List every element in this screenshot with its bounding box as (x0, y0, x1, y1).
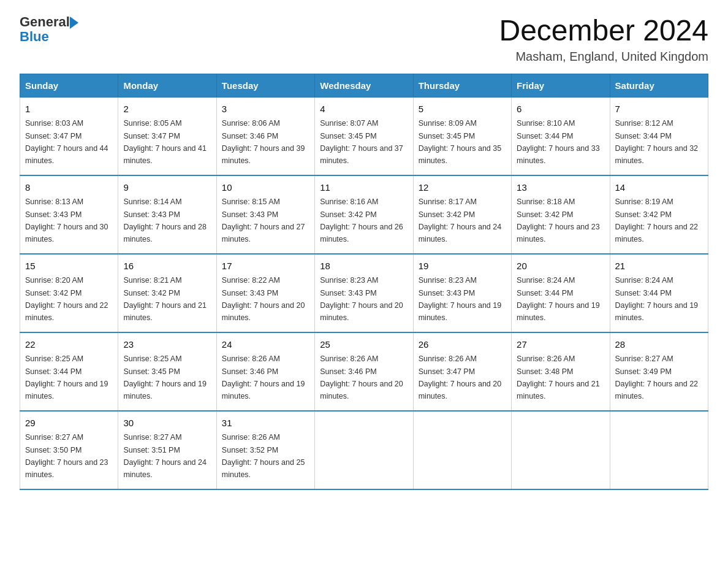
day-number: 1 (25, 102, 113, 117)
calendar-week-row: 15 Sunrise: 8:20 AMSunset: 3:42 PMDaylig… (20, 254, 708, 332)
day-number: 29 (25, 416, 113, 431)
day-info: Sunrise: 8:27 AMSunset: 3:50 PMDaylight:… (25, 433, 108, 479)
day-info: Sunrise: 8:09 AMSunset: 3:45 PMDaylight:… (419, 119, 502, 165)
table-row: 18 Sunrise: 8:23 AMSunset: 3:43 PMDaylig… (315, 254, 413, 332)
day-number: 3 (222, 102, 309, 117)
day-info: Sunrise: 8:27 AMSunset: 3:51 PMDaylight:… (123, 433, 207, 479)
calendar-week-row: 8 Sunrise: 8:13 AMSunset: 3:43 PMDayligh… (20, 175, 708, 254)
table-row (315, 411, 413, 489)
day-info: Sunrise: 8:10 AMSunset: 3:44 PMDaylight:… (517, 119, 600, 165)
table-row: 1 Sunrise: 8:03 AMSunset: 3:47 PMDayligh… (20, 97, 118, 175)
day-info: Sunrise: 8:26 AMSunset: 3:48 PMDaylight:… (517, 354, 600, 400)
calendar-header-row: Sunday Monday Tuesday Wednesday Thursday… (20, 74, 708, 97)
day-number: 30 (123, 416, 211, 431)
calendar-table: Sunday Monday Tuesday Wednesday Thursday… (20, 74, 708, 490)
day-number: 9 (123, 181, 211, 195)
day-number: 27 (517, 338, 604, 352)
day-number: 14 (615, 181, 703, 195)
col-saturday: Saturday (610, 74, 708, 97)
table-row: 24 Sunrise: 8:26 AMSunset: 3:46 PMDaylig… (216, 332, 314, 411)
day-info: Sunrise: 8:19 AMSunset: 3:42 PMDaylight:… (615, 197, 699, 243)
day-number: 26 (419, 338, 506, 352)
day-number: 21 (615, 259, 703, 274)
day-number: 13 (517, 181, 604, 195)
day-number: 22 (25, 338, 113, 352)
day-info: Sunrise: 8:18 AMSunset: 3:42 PMDaylight:… (517, 197, 600, 243)
table-row: 19 Sunrise: 8:23 AMSunset: 3:43 PMDaylig… (413, 254, 511, 332)
table-row: 7 Sunrise: 8:12 AMSunset: 3:44 PMDayligh… (610, 97, 708, 175)
table-row (512, 411, 610, 489)
table-row: 13 Sunrise: 8:18 AMSunset: 3:42 PMDaylig… (512, 175, 610, 254)
col-monday: Monday (118, 74, 216, 97)
table-row: 9 Sunrise: 8:14 AMSunset: 3:43 PMDayligh… (118, 175, 216, 254)
day-info: Sunrise: 8:23 AMSunset: 3:43 PMDaylight:… (320, 276, 403, 322)
day-info: Sunrise: 8:21 AMSunset: 3:42 PMDaylight:… (123, 276, 207, 322)
logo-blue-text: Blue (20, 29, 78, 44)
day-number: 6 (517, 102, 604, 117)
day-number: 8 (25, 181, 113, 195)
day-number: 10 (222, 181, 309, 195)
day-info: Sunrise: 8:20 AMSunset: 3:42 PMDaylight:… (25, 276, 108, 322)
day-number: 4 (320, 102, 408, 117)
table-row: 26 Sunrise: 8:26 AMSunset: 3:47 PMDaylig… (413, 332, 511, 411)
day-number: 19 (419, 259, 506, 274)
day-info: Sunrise: 8:13 AMSunset: 3:43 PMDaylight:… (25, 197, 108, 243)
day-number: 17 (222, 259, 309, 274)
header: General Blue December 2024 Masham, Engla… (20, 15, 708, 64)
table-row: 10 Sunrise: 8:15 AMSunset: 3:43 PMDaylig… (216, 175, 314, 254)
calendar-week-row: 22 Sunrise: 8:25 AMSunset: 3:44 PMDaylig… (20, 332, 708, 411)
table-row: 12 Sunrise: 8:17 AMSunset: 3:42 PMDaylig… (413, 175, 511, 254)
calendar-week-row: 1 Sunrise: 8:03 AMSunset: 3:47 PMDayligh… (20, 97, 708, 175)
day-info: Sunrise: 8:26 AMSunset: 3:46 PMDaylight:… (222, 354, 305, 400)
logo: General Blue (20, 15, 78, 44)
day-number: 20 (517, 259, 604, 274)
day-info: Sunrise: 8:26 AMSunset: 3:47 PMDaylight:… (419, 354, 502, 400)
table-row (413, 411, 511, 489)
day-number: 31 (222, 416, 309, 431)
logo-triangle-icon (70, 17, 78, 29)
title-block: December 2024 Masham, England, United Ki… (499, 15, 708, 64)
day-number: 23 (123, 338, 211, 352)
col-sunday: Sunday (20, 74, 118, 97)
day-info: Sunrise: 8:25 AMSunset: 3:45 PMDaylight:… (123, 354, 207, 400)
col-wednesday: Wednesday (315, 74, 413, 97)
day-number: 28 (615, 338, 703, 352)
day-info: Sunrise: 8:15 AMSunset: 3:43 PMDaylight:… (222, 197, 305, 243)
day-number: 2 (123, 102, 211, 117)
day-number: 12 (419, 181, 506, 195)
calendar-week-row: 29 Sunrise: 8:27 AMSunset: 3:50 PMDaylig… (20, 411, 708, 489)
table-row: 4 Sunrise: 8:07 AMSunset: 3:45 PMDayligh… (315, 97, 413, 175)
table-row (610, 411, 708, 489)
table-row: 3 Sunrise: 8:06 AMSunset: 3:46 PMDayligh… (216, 97, 314, 175)
day-number: 15 (25, 259, 113, 274)
day-info: Sunrise: 8:24 AMSunset: 3:44 PMDaylight:… (615, 276, 699, 322)
page-title: December 2024 (499, 15, 708, 47)
table-row: 16 Sunrise: 8:21 AMSunset: 3:42 PMDaylig… (118, 254, 216, 332)
table-row: 17 Sunrise: 8:22 AMSunset: 3:43 PMDaylig… (216, 254, 314, 332)
day-number: 24 (222, 338, 309, 352)
day-info: Sunrise: 8:14 AMSunset: 3:43 PMDaylight:… (123, 197, 207, 243)
table-row: 6 Sunrise: 8:10 AMSunset: 3:44 PMDayligh… (512, 97, 610, 175)
day-info: Sunrise: 8:26 AMSunset: 3:46 PMDaylight:… (320, 354, 403, 400)
table-row: 23 Sunrise: 8:25 AMSunset: 3:45 PMDaylig… (118, 332, 216, 411)
table-row: 5 Sunrise: 8:09 AMSunset: 3:45 PMDayligh… (413, 97, 511, 175)
col-tuesday: Tuesday (216, 74, 314, 97)
col-friday: Friday (512, 74, 610, 97)
logo-general-text: General (20, 15, 70, 29)
table-row: 21 Sunrise: 8:24 AMSunset: 3:44 PMDaylig… (610, 254, 708, 332)
day-number: 7 (615, 102, 703, 117)
table-row: 14 Sunrise: 8:19 AMSunset: 3:42 PMDaylig… (610, 175, 708, 254)
table-row: 11 Sunrise: 8:16 AMSunset: 3:42 PMDaylig… (315, 175, 413, 254)
table-row: 20 Sunrise: 8:24 AMSunset: 3:44 PMDaylig… (512, 254, 610, 332)
day-info: Sunrise: 8:07 AMSunset: 3:45 PMDaylight:… (320, 119, 403, 165)
day-number: 11 (320, 181, 408, 195)
day-info: Sunrise: 8:05 AMSunset: 3:47 PMDaylight:… (123, 119, 207, 165)
table-row: 15 Sunrise: 8:20 AMSunset: 3:42 PMDaylig… (20, 254, 118, 332)
day-info: Sunrise: 8:27 AMSunset: 3:49 PMDaylight:… (615, 354, 699, 400)
day-number: 25 (320, 338, 408, 352)
day-number: 5 (419, 102, 506, 117)
day-info: Sunrise: 8:12 AMSunset: 3:44 PMDaylight:… (615, 119, 699, 165)
table-row: 8 Sunrise: 8:13 AMSunset: 3:43 PMDayligh… (20, 175, 118, 254)
day-info: Sunrise: 8:23 AMSunset: 3:43 PMDaylight:… (419, 276, 502, 322)
day-info: Sunrise: 8:17 AMSunset: 3:42 PMDaylight:… (419, 197, 502, 243)
